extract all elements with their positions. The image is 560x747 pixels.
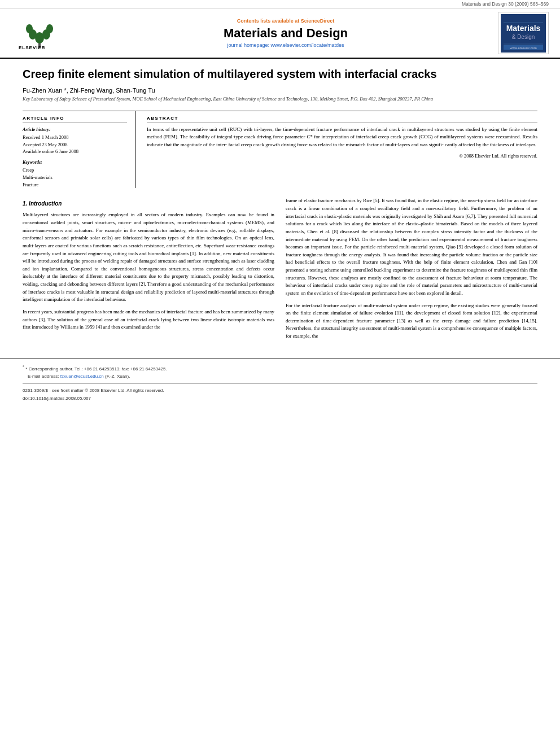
info-abstract-row: ARTICLE INFO Article history: Received 1… bbox=[23, 111, 537, 189]
footnote-star-line: * * Corresponding author. Tel.: +86 21 6… bbox=[23, 364, 537, 373]
abstract-text: In terms of the representative unit cell… bbox=[147, 126, 537, 149]
available-date: Available online 6 June 2008 bbox=[23, 148, 127, 155]
body-col-right: frame of elastic fracture mechanics by R… bbox=[286, 197, 537, 344]
abstract-col: ABSTRACT In terms of the representative … bbox=[147, 111, 537, 189]
accepted-date: Accepted 23 May 2008 bbox=[23, 141, 127, 148]
doi-line: doi:10.1016/j.matdes.2008.05.067 bbox=[23, 395, 537, 402]
page-footer: * * Corresponding author. Tel.: +86 21 6… bbox=[0, 359, 560, 408]
intro-title: 1. Introduction bbox=[23, 199, 274, 208]
article-affiliation: Key Laboratory of Safety Science of Pres… bbox=[23, 96, 537, 103]
page-wrapper: Materials and Design 30 (2009) 563–569 E… bbox=[0, 0, 560, 408]
footnote-email-address[interactable]: fzxuan@ecust.edu.cn bbox=[60, 374, 104, 379]
svg-point-4 bbox=[26, 24, 33, 33]
journal-title-display: Materials and Design bbox=[85, 26, 487, 41]
body-col-left: 1. Introduction Multilayered structures … bbox=[23, 197, 274, 344]
body-para-1: Multilayered structures are increasingly… bbox=[23, 211, 274, 304]
history-label: Article history: bbox=[23, 127, 127, 132]
svg-text:Materials: Materials bbox=[506, 24, 541, 33]
journal-center: Contents lists available at ScienceDirec… bbox=[73, 16, 498, 50]
authors-label: authors bbox=[23, 317, 37, 322]
body-para-2: In recent years, substantial progress ha… bbox=[23, 308, 274, 331]
article-info-label: ARTICLE INFO bbox=[23, 116, 127, 123]
svg-text:www.elsevier.com: www.elsevier.com bbox=[509, 46, 537, 50]
body-columns: 1. Introduction Multilayered structures … bbox=[23, 197, 537, 344]
copyright-text: © 2008 Elsevier Ltd. All rights reserved… bbox=[147, 153, 537, 159]
footnote-email-line: E-mail address: fzxuan@ecust.edu.cn (F.-… bbox=[23, 373, 537, 380]
issn-line: 0261-3069/$ - see front matter © 2008 El… bbox=[23, 387, 537, 394]
footnote-email-label: E-mail address: bbox=[28, 374, 59, 379]
elsevier-logo-icon: ELSEVIER bbox=[16, 16, 69, 50]
footnote-star-symbol: * bbox=[23, 364, 24, 369]
top-meta: Materials and Design 30 (2009) 563–569 bbox=[0, 0, 560, 8]
svg-text:ELSEVIER: ELSEVIER bbox=[19, 45, 46, 50]
sciencedirect-text[interactable]: ScienceDirect bbox=[301, 18, 335, 24]
sciencedirect-line: Contents lists available at ScienceDirec… bbox=[85, 18, 487, 24]
journal-homepage-line: journal homepage: www.elsevier.com/locat… bbox=[85, 42, 487, 48]
journal-logo-area: Materials & Design www.elsevier.com bbox=[498, 12, 549, 54]
article-info-col: ARTICLE INFO Article history: Received 1… bbox=[23, 111, 135, 189]
main-content: Creep finite element simulation of multi… bbox=[0, 59, 560, 353]
received-date: Received 1 March 2008 bbox=[23, 134, 127, 141]
keywords-label: Keywords: bbox=[23, 160, 127, 165]
svg-text:& Design: & Design bbox=[512, 34, 535, 40]
article-authors: Fu-Zhen Xuan *, Zhi-Feng Wang, Shan-Tung… bbox=[23, 87, 537, 94]
elsevier-logo-area: ELSEVIER bbox=[11, 16, 73, 50]
article-title: Creep finite element simulation of multi… bbox=[23, 67, 537, 81]
keyword-multi: Multi-materials bbox=[23, 174, 127, 181]
keyword-creep: Creep bbox=[23, 167, 127, 174]
footer-text: * * Corresponding author. Tel.: +86 21 6… bbox=[23, 364, 537, 403]
body-para-3: frame of elastic fracture mechanics by R… bbox=[286, 197, 537, 297]
authors-text: Fu-Zhen Xuan *, Zhi-Feng Wang, Shan-Tung… bbox=[23, 87, 155, 94]
journal-logo-icon: Materials & Design www.elsevier.com bbox=[501, 14, 546, 53]
keyword-fracture: Fracture bbox=[23, 181, 127, 189]
journal-header: ELSEVIER Contents lists available at Sci… bbox=[0, 8, 560, 59]
journal-meta: Materials and Design 30 (2009) 563–569 bbox=[462, 1, 549, 7]
svg-point-5 bbox=[46, 24, 53, 33]
footnote-corresponding: * Corresponding author. Tel.: +86 21 642… bbox=[25, 366, 167, 371]
abstract-label: ABSTRACT bbox=[147, 116, 537, 123]
body-para-4: For the interfacial fracture analysis of… bbox=[286, 302, 537, 340]
footnote-author-name: (F.-Z. Xuan). bbox=[105, 374, 130, 379]
footer-divider bbox=[23, 383, 537, 384]
